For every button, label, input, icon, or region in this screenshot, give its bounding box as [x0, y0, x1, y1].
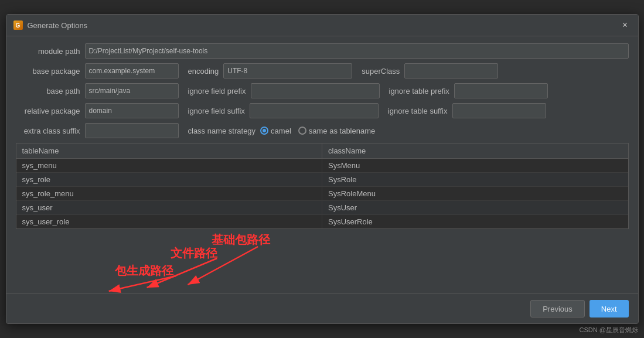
annotation-package-gen: 包生成路径	[115, 263, 173, 279]
radio-same-circle	[298, 127, 306, 135]
module-path-input[interactable]	[85, 43, 629, 59]
superclass-label: superClass	[362, 67, 400, 76]
file-path-annotation: 文件路径	[171, 247, 217, 260]
forms-section: module path base package encoding superC…	[6, 36, 638, 138]
ignore-table-suffix-label: ignore table suffix	[388, 107, 448, 115]
table-row[interactable]: sys_role_menuSysRoleMenu	[16, 187, 628, 201]
table-cell-name: sys_menu	[16, 159, 323, 172]
footer: Previous Next	[6, 293, 638, 323]
arrows-svg	[6, 229, 638, 293]
table-cell-classname: SysRoleMenu	[322, 187, 628, 200]
table-cell-name: sys_user	[16, 201, 323, 214]
class-name-strategy-label: class name strategy	[188, 127, 256, 135]
table-col1-header: tableName	[16, 144, 323, 158]
form-row-5: extra class suffix class name strategy c…	[16, 123, 629, 138]
annotation-base-package: 基础包路径	[212, 232, 270, 248]
table-col2-header: className	[322, 144, 628, 158]
table-row[interactable]: sys_roleSysRole	[16, 173, 628, 187]
base-package-input[interactable]	[85, 63, 179, 78]
form-row-4: relative package ignore field suffix ign…	[16, 103, 629, 118]
encoding-label: encoding	[188, 67, 219, 76]
dialog-icon: G	[13, 21, 23, 30]
table-cell-classname: SysMenu	[322, 159, 628, 172]
radio-same-label: same as tablename	[309, 127, 375, 135]
title-bar-left: G Generate Options	[13, 21, 88, 30]
ignore-field-prefix-input[interactable]	[251, 83, 380, 98]
table-cell-classname: SysUser	[322, 201, 628, 214]
superclass-input[interactable]	[404, 63, 498, 78]
radio-camel-circle	[260, 127, 268, 135]
dialog-title: Generate Options	[28, 21, 88, 30]
table-cell-name: sys_user_role	[16, 215, 323, 228]
close-button[interactable]: ×	[619, 19, 631, 31]
table-cell-classname: SysUserRole	[322, 215, 628, 228]
extra-class-suffix-label: extra class suffix	[16, 127, 80, 135]
base-path-label: base path	[16, 87, 80, 95]
previous-button[interactable]: Previous	[530, 300, 585, 317]
next-button[interactable]: Next	[590, 300, 629, 317]
ignore-field-suffix-label: ignore field suffix	[188, 107, 245, 115]
table-row[interactable]: sys_menuSysMenu	[16, 159, 628, 173]
form-row-2: base package encoding superClass	[16, 63, 629, 78]
table-cell-classname: SysRole	[322, 173, 628, 186]
ignore-table-prefix-input[interactable]	[454, 83, 548, 98]
module-path-label: module path	[16, 47, 80, 56]
table-row[interactable]: sys_user_roleSysUserRole	[16, 215, 628, 228]
ignore-table-suffix-input[interactable]	[452, 103, 546, 118]
radio-same-as-tablename[interactable]: same as tablename	[298, 127, 375, 135]
title-bar: G Generate Options ×	[6, 15, 638, 36]
table-header: tableName className	[16, 144, 628, 159]
ignore-field-prefix-label: ignore field prefix	[188, 87, 246, 95]
base-package-path-annotation: 基础包路径	[212, 233, 270, 246]
table-body: sys_menuSysMenusys_roleSysRolesys_role_m…	[16, 159, 628, 228]
form-row-3: base path ignore field prefix ignore tab…	[16, 83, 629, 98]
generate-options-dialog: G Generate Options × module path base pa…	[6, 14, 639, 324]
class-name-strategy-radio-group: camel same as tablename	[260, 127, 375, 135]
base-package-label: base package	[16, 67, 80, 76]
module-path-row: module path	[16, 43, 629, 59]
watermark: CSDN @星辰音燃烁	[580, 326, 638, 334]
relative-package-input[interactable]	[85, 103, 179, 118]
ignore-field-suffix-input[interactable]	[250, 103, 379, 118]
extra-class-suffix-input[interactable]	[85, 123, 179, 138]
annotation-area: 基础包路径 文件路径 包生成路径	[6, 229, 638, 293]
relative-package-label: relative package	[16, 107, 80, 115]
radio-camel-dot	[263, 129, 266, 132]
radio-camel[interactable]: camel	[260, 127, 291, 135]
table-cell-name: sys_role	[16, 173, 323, 186]
data-table: tableName className sys_menuSysMenusys_r…	[16, 143, 629, 229]
package-gen-path-annotation: 包生成路径	[115, 264, 173, 277]
encoding-input[interactable]	[223, 63, 352, 78]
ignore-table-prefix-label: ignore table prefix	[389, 87, 449, 95]
table-row[interactable]: sys_userSysUser	[16, 201, 628, 215]
main-content: module path base package encoding superC…	[6, 36, 638, 293]
annotation-file-path: 文件路径	[171, 245, 217, 261]
radio-camel-label: camel	[271, 127, 291, 135]
table-cell-name: sys_role_menu	[16, 187, 323, 200]
base-path-input[interactable]	[85, 83, 179, 98]
